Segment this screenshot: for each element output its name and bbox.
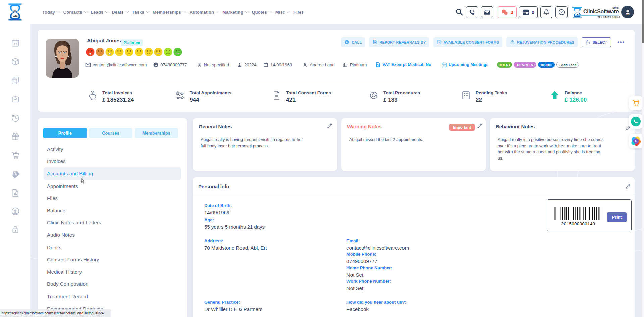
svg-text:12: 12 <box>14 43 17 46</box>
svg-text:?: ? <box>560 10 563 14</box>
svg-text:$: $ <box>92 91 93 94</box>
svg-text:12: 12 <box>443 65 445 67</box>
svg-text:AI: AI <box>635 140 637 143</box>
